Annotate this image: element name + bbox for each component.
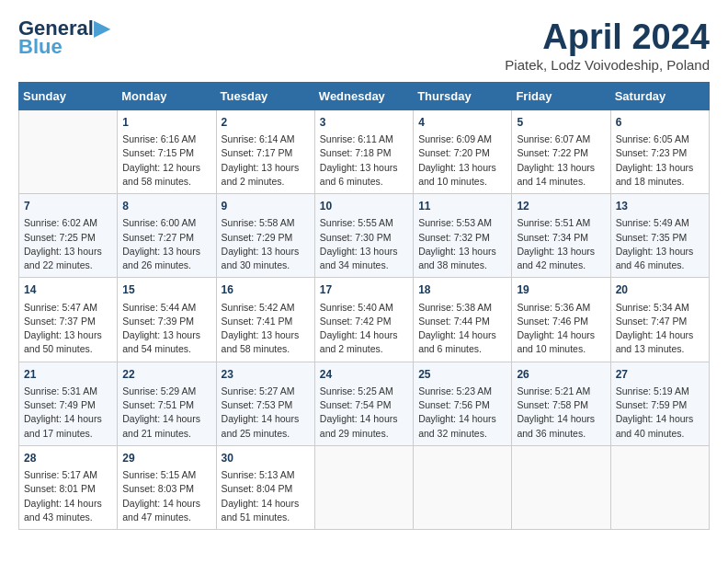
logo: General▶ Blue: [18, 18, 109, 57]
calendar-cell: 3Sunrise: 6:11 AMSunset: 7:18 PMDaylight…: [314, 109, 413, 193]
calendar-cell: 17Sunrise: 5:40 AMSunset: 7:42 PMDayligh…: [314, 278, 413, 362]
day-number: 19: [517, 282, 605, 298]
calendar-cell: 16Sunrise: 5:42 AMSunset: 7:41 PMDayligh…: [216, 278, 314, 362]
day-number: 26: [517, 367, 605, 383]
day-number: 5: [517, 115, 605, 131]
day-number: 16: [222, 282, 310, 298]
calendar-cell: 2Sunrise: 6:14 AMSunset: 7:17 PMDaylight…: [216, 109, 314, 193]
page-header: General▶ Blue April 2024 Piatek, Lodz Vo…: [18, 18, 710, 73]
calendar-cell: 25Sunrise: 5:23 AMSunset: 7:56 PMDayligh…: [414, 362, 512, 445]
day-number: 6: [616, 115, 704, 131]
col-header-sunday: Sunday: [19, 82, 118, 109]
calendar-cell: 21Sunrise: 5:31 AMSunset: 7:49 PMDayligh…: [19, 362, 118, 445]
day-number: 12: [517, 199, 605, 214]
title-block: April 2024 Piatek, Lodz Voivodeship, Pol…: [505, 18, 710, 73]
day-number: 21: [24, 367, 112, 383]
day-number: 22: [122, 367, 210, 383]
calendar-cell: 7Sunrise: 6:02 AMSunset: 7:25 PMDaylight…: [19, 194, 118, 278]
calendar-cell: 13Sunrise: 5:49 AMSunset: 7:35 PMDayligh…: [610, 194, 709, 278]
col-header-saturday: Saturday: [610, 82, 709, 109]
day-number: 25: [418, 367, 506, 383]
calendar-cell: 1Sunrise: 6:16 AMSunset: 7:15 PMDaylight…: [118, 109, 216, 193]
calendar-cell: 15Sunrise: 5:44 AMSunset: 7:39 PMDayligh…: [118, 278, 216, 362]
calendar-cell: 22Sunrise: 5:29 AMSunset: 7:51 PMDayligh…: [118, 362, 216, 445]
calendar-cell: [414, 445, 512, 529]
col-header-tuesday: Tuesday: [216, 82, 314, 109]
day-number: 27: [616, 367, 704, 383]
calendar-cell: 5Sunrise: 6:07 AMSunset: 7:22 PMDaylight…: [512, 109, 610, 193]
calendar-cell: 12Sunrise: 5:51 AMSunset: 7:34 PMDayligh…: [512, 194, 610, 278]
day-number: 11: [418, 199, 506, 214]
calendar-cell: 10Sunrise: 5:55 AMSunset: 7:30 PMDayligh…: [314, 194, 413, 278]
calendar-cell: [610, 445, 709, 529]
calendar-cell: [314, 445, 413, 529]
calendar-cell: 11Sunrise: 5:53 AMSunset: 7:32 PMDayligh…: [414, 194, 512, 278]
day-number: 13: [616, 199, 704, 214]
day-number: 20: [616, 282, 704, 298]
day-number: 17: [320, 282, 408, 298]
col-header-monday: Monday: [118, 82, 216, 109]
calendar-cell: 19Sunrise: 5:36 AMSunset: 7:46 PMDayligh…: [512, 278, 610, 362]
day-number: 4: [418, 115, 506, 131]
day-number: 18: [418, 282, 506, 298]
calendar-cell: 30Sunrise: 5:13 AMSunset: 8:04 PMDayligh…: [216, 445, 314, 529]
calendar-cell: 28Sunrise: 5:17 AMSunset: 8:01 PMDayligh…: [19, 445, 118, 529]
calendar-cell: 9Sunrise: 5:58 AMSunset: 7:29 PMDaylight…: [216, 194, 314, 278]
day-number: 30: [222, 451, 310, 466]
day-number: 9: [222, 199, 310, 214]
calendar-cell: 23Sunrise: 5:27 AMSunset: 7:53 PMDayligh…: [216, 362, 314, 445]
calendar-cell: 6Sunrise: 6:05 AMSunset: 7:23 PMDaylight…: [610, 109, 709, 193]
day-number: 10: [320, 199, 408, 214]
day-number: 1: [122, 115, 210, 131]
logo-blue: Blue: [18, 37, 63, 57]
day-number: 29: [122, 451, 210, 466]
day-number: 24: [320, 367, 408, 383]
calendar-cell: [19, 109, 118, 193]
day-number: 23: [222, 367, 310, 383]
day-number: 14: [24, 282, 112, 298]
day-number: 7: [24, 199, 112, 214]
location-subtitle: Piatek, Lodz Voivodeship, Poland: [505, 57, 710, 73]
col-header-wednesday: Wednesday: [314, 82, 413, 109]
calendar-cell: 27Sunrise: 5:19 AMSunset: 7:59 PMDayligh…: [610, 362, 709, 445]
calendar-table: SundayMondayTuesdayWednesdayThursdayFrid…: [18, 82, 710, 530]
calendar-cell: 14Sunrise: 5:47 AMSunset: 7:37 PMDayligh…: [19, 278, 118, 362]
calendar-cell: 26Sunrise: 5:21 AMSunset: 7:58 PMDayligh…: [512, 362, 610, 445]
day-number: 3: [320, 115, 408, 131]
month-title: April 2024: [505, 18, 710, 57]
calendar-cell: 20Sunrise: 5:34 AMSunset: 7:47 PMDayligh…: [610, 278, 709, 362]
calendar-cell: 24Sunrise: 5:25 AMSunset: 7:54 PMDayligh…: [314, 362, 413, 445]
calendar-cell: 18Sunrise: 5:38 AMSunset: 7:44 PMDayligh…: [414, 278, 512, 362]
calendar-cell: 8Sunrise: 6:00 AMSunset: 7:27 PMDaylight…: [118, 194, 216, 278]
calendar-cell: [512, 445, 610, 529]
day-number: 2: [222, 115, 310, 131]
day-number: 8: [122, 199, 210, 214]
day-number: 15: [122, 282, 210, 298]
calendar-cell: 4Sunrise: 6:09 AMSunset: 7:20 PMDaylight…: [414, 109, 512, 193]
col-header-friday: Friday: [512, 82, 610, 109]
col-header-thursday: Thursday: [414, 82, 512, 109]
calendar-cell: 29Sunrise: 5:15 AMSunset: 8:03 PMDayligh…: [118, 445, 216, 529]
day-number: 28: [24, 451, 112, 466]
